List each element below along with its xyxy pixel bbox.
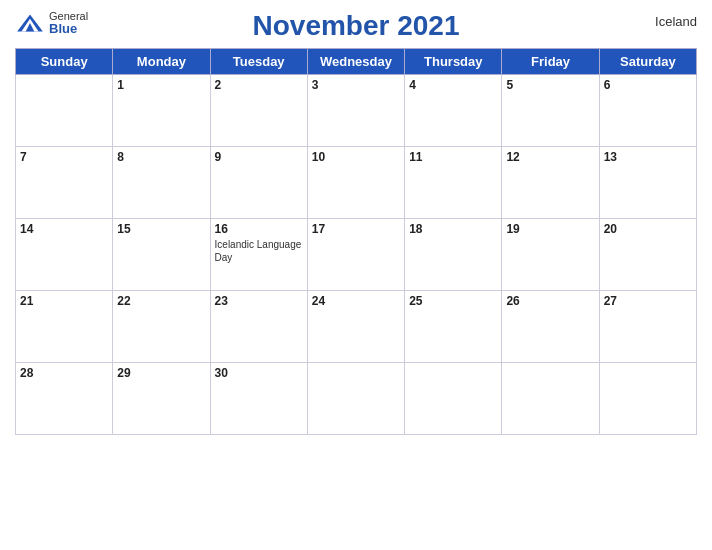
day-number: 26 xyxy=(506,294,594,308)
calendar-cell: 20 xyxy=(599,219,696,291)
day-number: 23 xyxy=(215,294,303,308)
calendar-cell xyxy=(16,75,113,147)
calendar-cell xyxy=(405,363,502,435)
calendar-cell: 14 xyxy=(16,219,113,291)
calendar-cell: 3 xyxy=(307,75,404,147)
calendar-cell: 29 xyxy=(113,363,210,435)
calendar-cell: 8 xyxy=(113,147,210,219)
day-number: 16 xyxy=(215,222,303,236)
logo: General Blue xyxy=(15,10,88,36)
day-number: 12 xyxy=(506,150,594,164)
calendar-cell: 4 xyxy=(405,75,502,147)
weekday-header-tuesday: Tuesday xyxy=(210,49,307,75)
logo-blue-text: Blue xyxy=(49,22,88,36)
day-number: 9 xyxy=(215,150,303,164)
event-label: Icelandic Language Day xyxy=(215,239,302,263)
country-label: Iceland xyxy=(655,14,697,29)
calendar-cell: 1 xyxy=(113,75,210,147)
day-number: 22 xyxy=(117,294,205,308)
calendar-cell: 24 xyxy=(307,291,404,363)
calendar-cell xyxy=(599,363,696,435)
day-number: 5 xyxy=(506,78,594,92)
week-row-3: 141516Icelandic Language Day17181920 xyxy=(16,219,697,291)
calendar-cell: 13 xyxy=(599,147,696,219)
calendar-cell: 5 xyxy=(502,75,599,147)
week-row-5: 282930 xyxy=(16,363,697,435)
calendar-cell: 10 xyxy=(307,147,404,219)
calendar-cell: 12 xyxy=(502,147,599,219)
calendar-cell xyxy=(307,363,404,435)
calendar-cell: 22 xyxy=(113,291,210,363)
calendar-cell: 23 xyxy=(210,291,307,363)
day-number: 3 xyxy=(312,78,400,92)
day-number: 30 xyxy=(215,366,303,380)
day-number: 6 xyxy=(604,78,692,92)
logo-icon xyxy=(15,13,45,33)
day-number: 13 xyxy=(604,150,692,164)
calendar-cell: 2 xyxy=(210,75,307,147)
month-title: November 2021 xyxy=(15,10,697,42)
day-number: 18 xyxy=(409,222,497,236)
week-row-1: 123456 xyxy=(16,75,697,147)
day-number: 10 xyxy=(312,150,400,164)
day-number: 20 xyxy=(604,222,692,236)
calendar-cell: 15 xyxy=(113,219,210,291)
calendar-cell: 7 xyxy=(16,147,113,219)
calendar-cell: 9 xyxy=(210,147,307,219)
calendar-cell: 26 xyxy=(502,291,599,363)
weekday-header-thursday: Thursday xyxy=(405,49,502,75)
calendar-cell: 18 xyxy=(405,219,502,291)
calendar-cell: 17 xyxy=(307,219,404,291)
weekday-header-wednesday: Wednesday xyxy=(307,49,404,75)
calendar-cell xyxy=(502,363,599,435)
calendar-cell: 25 xyxy=(405,291,502,363)
calendar-table: SundayMondayTuesdayWednesdayThursdayFrid… xyxy=(15,48,697,435)
day-number: 4 xyxy=(409,78,497,92)
calendar-cell: 27 xyxy=(599,291,696,363)
day-number: 15 xyxy=(117,222,205,236)
week-row-4: 21222324252627 xyxy=(16,291,697,363)
calendar-header: General Blue November 2021 Iceland xyxy=(15,10,697,42)
day-number: 11 xyxy=(409,150,497,164)
day-number: 7 xyxy=(20,150,108,164)
day-number: 24 xyxy=(312,294,400,308)
day-number: 21 xyxy=(20,294,108,308)
calendar-cell: 21 xyxy=(16,291,113,363)
calendar-cell: 6 xyxy=(599,75,696,147)
calendar-cell: 30 xyxy=(210,363,307,435)
day-number: 27 xyxy=(604,294,692,308)
day-number: 28 xyxy=(20,366,108,380)
day-number: 17 xyxy=(312,222,400,236)
calendar-cell: 16Icelandic Language Day xyxy=(210,219,307,291)
weekday-header-row: SundayMondayTuesdayWednesdayThursdayFrid… xyxy=(16,49,697,75)
week-row-2: 78910111213 xyxy=(16,147,697,219)
day-number: 2 xyxy=(215,78,303,92)
day-number: 1 xyxy=(117,78,205,92)
day-number: 25 xyxy=(409,294,497,308)
calendar-cell: 19 xyxy=(502,219,599,291)
weekday-header-saturday: Saturday xyxy=(599,49,696,75)
day-number: 29 xyxy=(117,366,205,380)
day-number: 8 xyxy=(117,150,205,164)
weekday-header-friday: Friday xyxy=(502,49,599,75)
calendar-cell: 11 xyxy=(405,147,502,219)
day-number: 19 xyxy=(506,222,594,236)
day-number: 14 xyxy=(20,222,108,236)
page: General Blue November 2021 Iceland Sunda… xyxy=(0,0,712,550)
weekday-header-sunday: Sunday xyxy=(16,49,113,75)
weekday-header-monday: Monday xyxy=(113,49,210,75)
calendar-cell: 28 xyxy=(16,363,113,435)
